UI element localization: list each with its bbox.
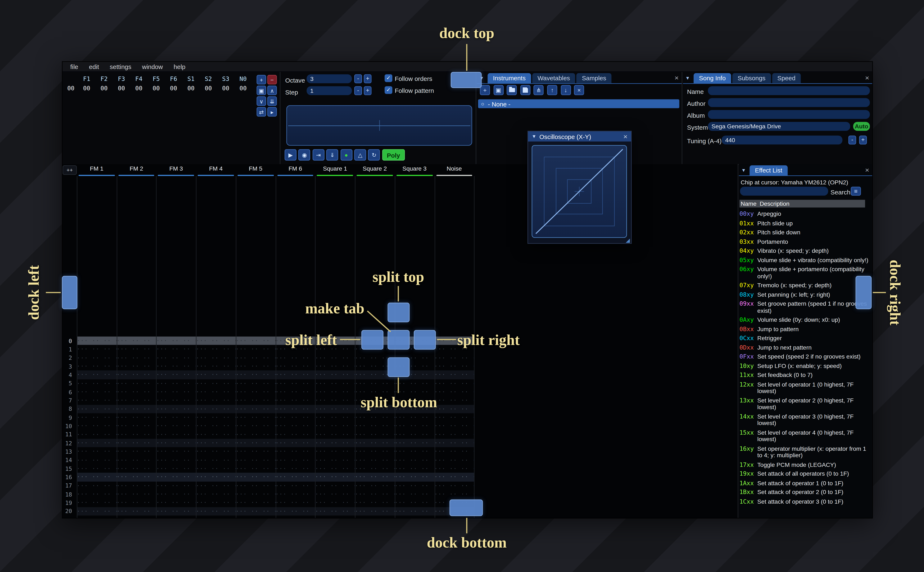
duplicate-instrument-button[interactable]: ▣ xyxy=(493,85,503,95)
add-order-button[interactable]: + xyxy=(257,75,266,84)
pattern-cell[interactable]: ··· ·· ·· ·· xyxy=(117,517,156,519)
follow-orders-checkbox[interactable]: ✓ xyxy=(385,75,392,82)
pattern-cell[interactable]: ··· ·· ·· ·· xyxy=(435,474,474,480)
pattern-cell[interactable]: ··· ·· ·· ·· xyxy=(435,415,474,420)
pattern-cell[interactable]: ··· ·· ·· ·· xyxy=(156,432,196,437)
open-instrument-button[interactable] xyxy=(507,85,517,95)
pattern-cell[interactable]: ··· ·· ·· ·· xyxy=(156,474,196,480)
pattern-cell[interactable]: ··· ·· ·· ·· xyxy=(196,500,236,505)
pattern-cell[interactable]: ··· ·· ·· ·· xyxy=(117,406,156,412)
pattern-cell[interactable]: ··· ·· ·· ·· xyxy=(435,491,474,497)
pattern-row[interactable]: 17··· ·· ·· ····· ·· ·· ····· ·· ·· ····… xyxy=(62,481,475,490)
pattern-cell[interactable]: ··· ·· ·· ·· xyxy=(235,474,275,480)
pattern-cell[interactable]: ··· ·· ·· ·· xyxy=(117,449,156,454)
pattern-cell[interactable]: ··· ·· ·· ·· xyxy=(235,415,275,420)
pattern-cell[interactable]: ··· ·· ·· ·· xyxy=(395,415,435,420)
remove-order-button[interactable]: − xyxy=(267,75,277,84)
pattern-cell[interactable]: ··· ·· ·· ·· xyxy=(435,406,474,412)
pattern-cell[interactable]: ··· ·· ·· ·· xyxy=(395,457,435,463)
effect-row[interactable]: 03xxPortamento xyxy=(739,237,870,246)
channel-header-fm-5[interactable]: FM 5 xyxy=(236,165,276,176)
pattern-cell[interactable]: ··· ·· ·· ·· xyxy=(117,432,156,437)
pattern-cell[interactable]: ··· ·· ·· ·· xyxy=(235,491,275,497)
pattern-cell[interactable]: ··· ·· ·· ·· xyxy=(315,517,355,519)
tab-subsongs[interactable]: Subsongs xyxy=(732,73,771,83)
pattern-cell[interactable]: ··· ·· ·· ·· xyxy=(235,440,275,446)
pattern-cell[interactable]: ··· ·· ·· ·· xyxy=(235,500,275,505)
effect-row[interactable]: 13xxSet level of operator 2 (0 highest, … xyxy=(739,396,870,412)
pattern-row[interactable]: 9··· ·· ·· ····· ·· ·· ····· ·· ·· ·····… xyxy=(62,413,475,422)
pattern-cell[interactable]: ··· ·· ·· ·· xyxy=(156,372,196,378)
effect-row[interactable]: 0FxxSet speed (speed 2 if no grooves exi… xyxy=(739,352,870,361)
split-bottom-preview[interactable] xyxy=(388,357,410,377)
orders-pattern-cell[interactable]: 00 xyxy=(148,85,165,92)
pattern-cell[interactable]: ··· ·· ·· ·· xyxy=(435,381,474,386)
metronome-button[interactable]: △ xyxy=(354,149,366,160)
pattern-cell[interactable]: ··· ·· ·· ·· xyxy=(196,457,236,463)
pattern-cell[interactable]: ··· ·· ·· ·· xyxy=(235,466,275,471)
pattern-cell[interactable]: ··· ·· ·· ·· xyxy=(156,483,196,489)
pattern-cell[interactable]: ··· ·· ·· ·· xyxy=(117,355,156,361)
delete-instrument-button[interactable]: × xyxy=(574,85,584,95)
pattern-cell[interactable]: ··· ·· ·· ·· xyxy=(117,500,156,505)
pattern-cell[interactable]: ··· ·· ·· ·· xyxy=(275,457,315,463)
effect-row[interactable]: 0CxxRetrigger xyxy=(739,333,870,343)
expand-channels-button[interactable]: ++ xyxy=(62,165,77,175)
pattern-cell[interactable]: ··· ·· ·· ·· xyxy=(77,398,117,403)
step-input[interactable]: 1 xyxy=(307,86,352,95)
orders-pattern-cell[interactable]: 00 xyxy=(95,85,113,92)
effect-row[interactable]: 1BxxSet attack of operator 2 (0 to 1F) xyxy=(739,488,870,497)
pattern-cell[interactable]: ··· ·· ·· ·· xyxy=(117,381,156,386)
effect-row[interactable]: 09xxSet groove pattern (speed 1 if no gr… xyxy=(739,299,870,315)
pattern-row[interactable]: 16··· ·· ·· ····· ·· ·· ····· ·· ·· ····… xyxy=(62,473,475,482)
pattern-cell[interactable]: ··· ·· ·· ·· xyxy=(275,381,315,386)
pattern-cell[interactable]: ··· ·· ·· ·· xyxy=(156,338,196,344)
pattern-cell[interactable]: ··· ·· ·· ·· xyxy=(275,483,315,489)
pattern-cell[interactable]: ··· ·· ·· ·· xyxy=(156,500,196,505)
close-icon[interactable]: × xyxy=(675,74,679,82)
pattern-cell[interactable]: ··· ·· ·· ·· xyxy=(435,466,474,471)
move-instrument-down-button[interactable]: ↓ xyxy=(561,85,570,95)
channel-header-square-2[interactable]: Square 2 xyxy=(355,165,395,176)
pattern-cell[interactable]: ··· ·· ·· ·· xyxy=(156,457,196,463)
repeat-pattern-button[interactable]: ↻ xyxy=(368,149,380,160)
pattern-cell[interactable]: ··· ·· ·· ·· xyxy=(77,466,117,471)
pattern-cell[interactable]: ··· ·· ·· ·· xyxy=(77,500,117,505)
tab-speed[interactable]: Speed xyxy=(772,73,801,83)
pattern-cell[interactable]: ··· ·· ·· ·· xyxy=(117,423,156,429)
pattern-cell[interactable]: ··· ·· ·· ·· xyxy=(156,449,196,454)
effect-row[interactable]: 01xxPitch slide up xyxy=(739,219,870,228)
play-pattern-button[interactable]: ◉ xyxy=(299,149,310,160)
pattern-row[interactable]: 13··· ·· ·· ····· ·· ·· ····· ·· ·· ····… xyxy=(62,447,475,456)
pattern-cell[interactable]: ··· ·· ·· ·· xyxy=(77,355,117,361)
pattern-cell[interactable]: ··· ·· ·· ·· xyxy=(355,474,395,480)
orders-pattern-cell[interactable]: 00 xyxy=(234,85,252,92)
pattern-cell[interactable]: ··· ·· ·· ·· xyxy=(156,398,196,403)
pattern-cell[interactable]: ··· ·· ·· ·· xyxy=(235,432,275,437)
pattern-row[interactable]: 19··· ·· ·· ····· ·· ·· ····· ·· ·· ····… xyxy=(62,498,475,507)
pattern-cell[interactable]: ··· ·· ·· ·· xyxy=(196,432,236,437)
pattern-cell[interactable]: ··· ·· ·· ·· xyxy=(156,517,196,519)
channel-header-fm-6[interactable]: FM 6 xyxy=(275,165,315,176)
system-field[interactable]: Sega Genesis/Mega Drive xyxy=(708,122,850,131)
channel-header-square-1[interactable]: Square 1 xyxy=(315,165,355,176)
pattern-cell[interactable]: ··· ·· ·· ·· xyxy=(235,338,275,344)
pattern-cell[interactable]: ··· ·· ·· ·· xyxy=(435,440,474,446)
pattern-cell[interactable]: ··· ·· ·· ·· xyxy=(235,398,275,403)
split-right-preview[interactable] xyxy=(414,330,436,350)
pattern-cell[interactable]: ··· ·· ·· ·· xyxy=(77,372,117,378)
effect-row[interactable]: 0DxxJump to next pattern xyxy=(739,343,870,352)
pattern-cell[interactable]: ··· ·· ·· ·· xyxy=(435,483,474,489)
pattern-cell[interactable]: ··· ·· ·· ·· xyxy=(355,483,395,489)
pattern-cell[interactable]: ··· ·· ·· ·· xyxy=(355,466,395,471)
tab-samples[interactable]: Samples xyxy=(577,73,611,83)
pattern-cell[interactable]: ··· ·· ·· ·· xyxy=(395,491,435,497)
pattern-cell[interactable]: ··· ·· ·· ·· xyxy=(235,483,275,489)
pattern-cell[interactable]: ··· ·· ·· ·· xyxy=(275,389,315,395)
pattern-cell[interactable]: ··· ·· ·· ·· xyxy=(77,474,117,480)
pattern-cell[interactable]: ··· ·· ·· ·· xyxy=(156,381,196,386)
menu-item-window[interactable]: window xyxy=(137,63,168,70)
pattern-cell[interactable]: ··· ·· ·· ·· xyxy=(275,474,315,480)
pattern-cell[interactable]: ··· ·· ·· ·· xyxy=(355,415,395,420)
effect-row[interactable]: 19xxSet attack of all operators (0 to 1F… xyxy=(739,469,870,478)
